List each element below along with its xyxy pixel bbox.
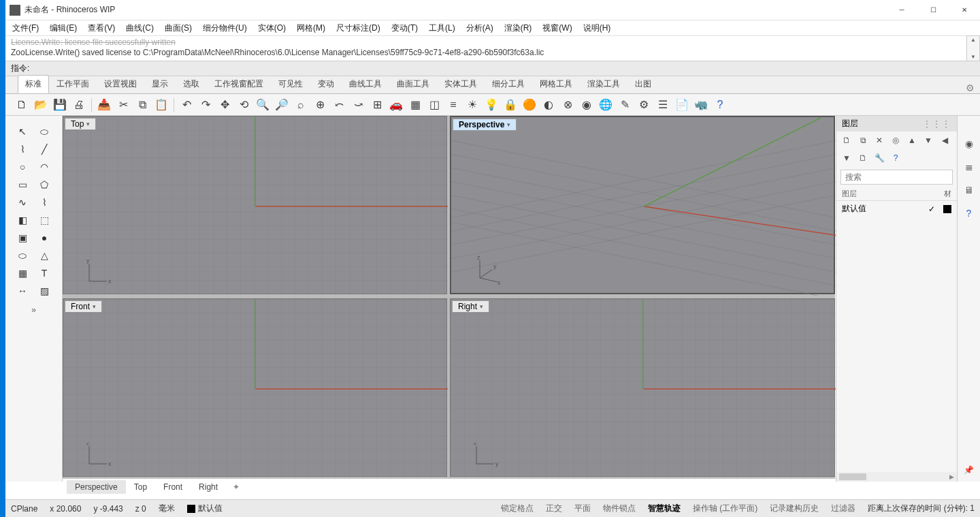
lasso-icon[interactable]: ⬭ [35, 124, 53, 139]
sphere-icon[interactable]: ● [35, 230, 53, 245]
scroll-down-icon[interactable]: ▼ [970, 54, 976, 60]
menu-tools[interactable]: 工具(L) [426, 21, 458, 35]
move-icon[interactable]: ✥ [216, 97, 233, 113]
rhino-icon[interactable]: 🦏 [693, 97, 709, 113]
maximize-button[interactable]: ☐ [917, 0, 949, 20]
move-down-icon[interactable]: ▼ [922, 134, 934, 146]
curve-icon[interactable]: ∿ [14, 195, 31, 210]
redo-view-icon[interactable]: ⤻ [350, 97, 366, 113]
polygon-icon[interactable]: ⬠ [35, 177, 53, 192]
vptab-right[interactable]: Right [191, 480, 226, 494]
chevron-down-icon[interactable]: ▾ [93, 303, 96, 310]
chevron-down-icon[interactable]: ▾ [480, 303, 483, 310]
minimize-button[interactable]: ─ [886, 0, 917, 20]
menu-help[interactable]: 说明(H) [581, 21, 614, 35]
scroll-right-icon[interactable]: ▶ [949, 473, 954, 480]
wireframe-icon[interactable]: ⊗ [559, 97, 576, 113]
menu-file[interactable]: 文件(F) [10, 21, 42, 35]
menu-view[interactable]: 查看(V) [85, 21, 118, 35]
help-icon[interactable]: ? [712, 97, 728, 113]
layer-action-icon[interactable]: 🗋 [857, 152, 869, 164]
open-icon[interactable]: 📂 [33, 97, 49, 113]
cut-icon[interactable]: ✂ [115, 97, 131, 113]
shade-icon[interactable]: ◐ [540, 97, 557, 113]
menu-transform[interactable]: 变动(T) [389, 21, 421, 35]
pointer-icon[interactable]: ↖ [14, 124, 31, 139]
chevron-down-icon[interactable]: ▾ [86, 121, 90, 127]
tab-solidtools[interactable]: 实体工具 [437, 75, 485, 93]
circle-icon[interactable]: ○ [14, 159, 31, 174]
menu-mesh[interactable]: 网格(M) [294, 21, 328, 35]
delete-layer-icon[interactable]: ✕ [873, 134, 885, 146]
cplane-icon[interactable]: ▦ [407, 97, 423, 113]
set-cplane-icon[interactable]: ◫ [426, 97, 442, 113]
polyline-icon[interactable]: ⌇ [14, 142, 31, 157]
cylinder-icon[interactable]: ⬭ [14, 248, 31, 263]
layer-help-icon[interactable]: ? [889, 152, 902, 164]
new-layer-icon[interactable]: 🗋 [840, 134, 853, 146]
status-cplane[interactable]: CPlane [11, 504, 37, 514]
viewport-label-right[interactable]: Right▾ [452, 300, 489, 313]
tab-surfacetools[interactable]: 曲面工具 [389, 75, 437, 93]
panel-title[interactable]: 图层⋮⋮⋮ [836, 116, 957, 131]
tab-setview[interactable]: 设置视图 [97, 75, 144, 93]
command-line[interactable]: 指令: [5, 61, 980, 76]
rectangle-icon[interactable]: ▭ [14, 177, 31, 192]
menu-surface[interactable]: 曲面(S) [162, 21, 195, 35]
layer-icon[interactable]: ≡ [445, 97, 461, 113]
toggle-planar[interactable]: 平面 [574, 503, 591, 514]
properties-tab-icon[interactable]: ◉ [962, 136, 977, 151]
tab-viewportlayout[interactable]: 工作视窗配置 [207, 75, 271, 93]
ghosted-icon[interactable]: ◉ [578, 97, 595, 113]
redo-icon[interactable]: ↷ [197, 97, 214, 113]
viewport-right[interactable]: Right▾ zy [450, 298, 835, 477]
toggle-gridsnap[interactable]: 锁定格点 [501, 503, 534, 514]
vptab-front[interactable]: Front [155, 480, 191, 494]
edit-icon[interactable]: ✎ [617, 97, 633, 113]
extrude-icon[interactable]: ⬚ [35, 213, 53, 228]
import-icon[interactable]: 📥 [96, 97, 112, 113]
text-icon[interactable]: T [35, 266, 53, 281]
menu-render[interactable]: 渲染(R) [502, 21, 535, 35]
layers-tab-icon[interactable]: ≣ [962, 159, 977, 174]
render-icon[interactable]: 🟠 [521, 97, 538, 113]
named-view-icon[interactable]: 🚗 [388, 97, 404, 113]
tab-curvetools[interactable]: 曲线工具 [342, 75, 389, 93]
paste-icon[interactable]: 📋 [153, 97, 169, 113]
interp-curve-icon[interactable]: ⌇ [35, 195, 53, 210]
vptab-perspective[interactable]: Perspective [67, 480, 126, 494]
zoom-selected-icon[interactable]: ⊕ [312, 97, 328, 113]
tab-visibility[interactable]: 可见性 [271, 75, 310, 93]
status-unit[interactable]: 毫米 [159, 503, 175, 514]
tab-subdtools[interactable]: 细分工具 [485, 75, 532, 93]
undo-view-icon[interactable]: ⤺ [331, 97, 347, 113]
display-tab-icon[interactable]: 🖥 [962, 183, 977, 198]
toggle-ortho[interactable]: 正交 [546, 503, 562, 514]
tab-standard[interactable]: 标准 [18, 75, 49, 93]
scroll-up-icon[interactable]: ▲ [970, 37, 976, 43]
viewport-label-front[interactable]: Front▾ [65, 300, 102, 313]
hatch-icon[interactable]: ▨ [35, 283, 53, 298]
viewport-front[interactable]: Front▾ zx [63, 298, 447, 477]
status-layer[interactable]: 默认值 [187, 503, 223, 514]
zoom-window-icon[interactable]: ⌕ [293, 97, 309, 113]
tab-meshtools[interactable]: 网格工具 [532, 75, 580, 93]
menu-dimension[interactable]: 尺寸标注(D) [333, 21, 383, 35]
layer-color-swatch[interactable] [943, 205, 951, 213]
toggle-history[interactable]: 记录建构历史 [770, 503, 819, 514]
toggle-filter[interactable]: 过滤器 [831, 503, 855, 514]
menu-curve[interactable]: 曲线(C) [123, 21, 157, 35]
help-doc-icon[interactable]: 📄 [674, 97, 690, 113]
tab-display[interactable]: 显示 [144, 75, 176, 93]
line-icon[interactable]: ╱ [35, 142, 53, 157]
history-scrollbar[interactable]: ▲ ▼ [966, 35, 980, 61]
rendered-icon[interactable]: 🌐 [598, 97, 614, 113]
menu-subd[interactable]: 细分物件(U) [200, 21, 250, 35]
undo-icon[interactable]: ↶ [178, 97, 195, 113]
tab-cplane[interactable]: 工作平面 [49, 75, 97, 93]
layer-tools-icon[interactable]: ◀ [938, 134, 951, 146]
vptab-top[interactable]: Top [126, 480, 155, 494]
toggle-gumball[interactable]: 操作轴 (工作平面) [693, 503, 757, 514]
viewport-perspective[interactable]: Perspective▾ zyx [450, 116, 835, 294]
properties-icon[interactable]: ☰ [655, 97, 671, 113]
